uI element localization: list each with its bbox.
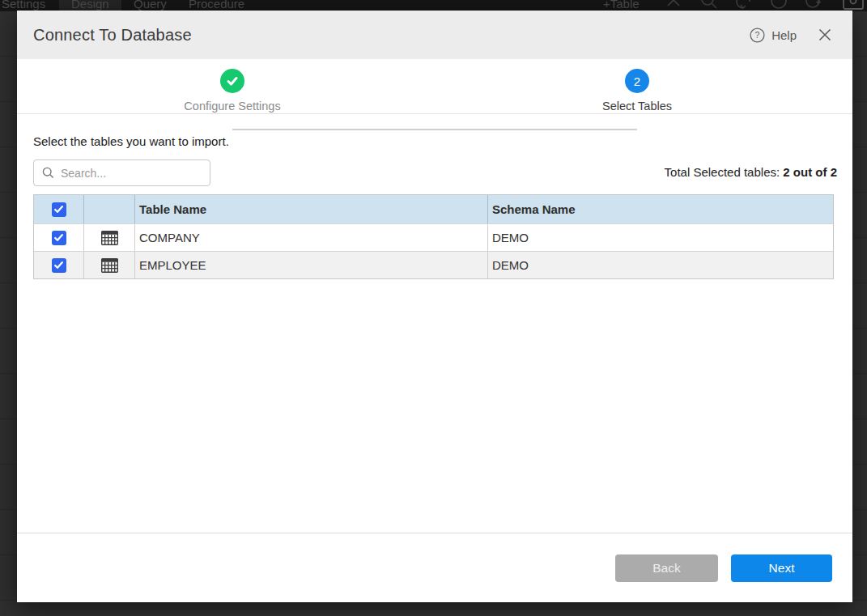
- step-label: Select Tables: [556, 100, 718, 113]
- record-icon[interactable]: [842, 0, 865, 11]
- dialog-close-icon[interactable]: [818, 28, 831, 41]
- background-toolbar: Settings Design Query Procedure +Table: [0, 0, 867, 11]
- stepper-connector: [232, 129, 637, 130]
- close-icon[interactable]: [665, 0, 682, 9]
- help-label: Help: [771, 28, 797, 42]
- topbar-item-query[interactable]: Query: [134, 0, 167, 11]
- help-icon: ?: [750, 28, 765, 43]
- column-header-schema-name: Schema Name: [487, 195, 833, 223]
- column-header-table-name: Table Name: [134, 195, 487, 223]
- table-name-cell: EMPLOYEE: [134, 252, 487, 278]
- help-button[interactable]: ? Help: [750, 28, 797, 43]
- undo-icon[interactable]: [734, 0, 754, 11]
- add-table-button[interactable]: +Table: [603, 0, 640, 11]
- history-icon[interactable]: [769, 0, 788, 11]
- search-box: [33, 159, 210, 186]
- step-number-badge: 2: [625, 69, 649, 93]
- table-header-row: Table Name Schema Name: [34, 195, 833, 223]
- icon-column-header: [83, 195, 134, 223]
- connect-to-database-dialog: Connect To Database ? Help Configure Set…: [17, 11, 852, 602]
- topbar-item-settings[interactable]: Settings: [2, 0, 45, 11]
- total-selected-text: Total Selected tables: 2 out of 2: [665, 165, 837, 179]
- topbar-item-procedure[interactable]: Procedure: [189, 0, 244, 11]
- total-selected-value: 2 out of 2: [783, 165, 837, 179]
- dialog-header: Connect To Database ? Help: [17, 11, 852, 59]
- topbar-item-design[interactable]: Design: [59, 0, 121, 11]
- back-button[interactable]: Back: [615, 554, 718, 582]
- instruction-text: Select the tables you want to import.: [33, 134, 229, 148]
- table-row[interactable]: EMPLOYEE DEMO: [34, 251, 833, 278]
- step-configure-settings: Configure Settings: [151, 69, 313, 113]
- search-icon: [42, 167, 54, 179]
- svg-text:?: ?: [755, 30, 760, 40]
- row-checkbox[interactable]: [52, 231, 66, 245]
- table-grid-icon: [101, 231, 118, 245]
- table-name-cell: COMPANY: [134, 224, 487, 251]
- stepper: Configure Settings 2 Select Tables: [17, 59, 852, 114]
- tables-list: Table Name Schema Name COMPANY DEMO: [33, 194, 834, 279]
- next-button[interactable]: Next: [731, 554, 832, 582]
- select-all-checkbox[interactable]: [52, 202, 66, 217]
- search-input[interactable]: [61, 167, 190, 180]
- schema-name-cell: DEMO: [487, 252, 833, 278]
- row-checkbox[interactable]: [52, 258, 66, 273]
- download-icon[interactable]: [804, 0, 825, 11]
- step-completed-check-icon: [220, 69, 244, 93]
- step-label: Configure Settings: [151, 100, 313, 113]
- table-row[interactable]: COMPANY DEMO: [34, 223, 833, 251]
- dialog-footer: Back Next: [17, 533, 852, 602]
- table-grid-icon: [101, 258, 118, 273]
- step-select-tables: 2 Select Tables: [556, 69, 718, 113]
- dialog-title: Connect To Database: [33, 26, 192, 45]
- search-icon[interactable]: [699, 0, 719, 11]
- schema-name-cell: DEMO: [487, 224, 833, 251]
